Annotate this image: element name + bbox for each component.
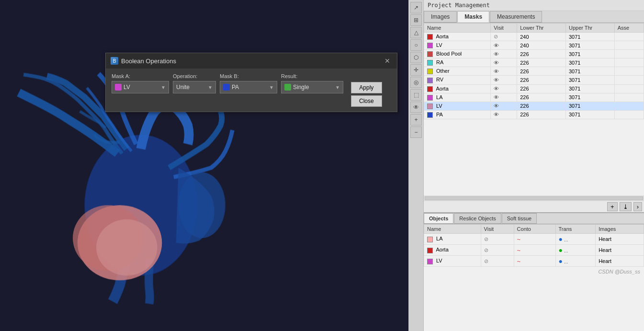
obj-dots-link[interactable]: ...	[564, 248, 568, 253]
add-mask-button[interactable]: +	[607, 202, 618, 211]
obj-trans-cell: ● ...	[555, 234, 596, 245]
masks-scrollbar[interactable]	[424, 195, 644, 201]
bottom-tab-bar: Objects Reslice Objects Soft tissue	[424, 213, 644, 224]
dialog-title-bar[interactable]: B Boolean Operations ✕	[106, 53, 397, 68]
table-row[interactable]: Aorta ⊘ ~ ● ... Heart	[424, 245, 644, 256]
mask-name: LV	[436, 103, 442, 109]
table-row[interactable]: LV 👁 240 3071	[424, 41, 644, 50]
operation-arrow: ▼	[208, 85, 213, 90]
obj-visit-cell: ⊘	[481, 234, 514, 245]
apply-button[interactable]: Apply	[351, 82, 382, 93]
table-row[interactable]: LV ⊘ ~ ● ... Heart	[424, 256, 644, 267]
operation-value: Unite	[176, 84, 190, 91]
move-tool-button[interactable]: ✛	[410, 64, 422, 76]
table-row[interactable]: PA 👁 226 3071	[424, 110, 644, 119]
obj-name-cell: LV	[424, 256, 481, 267]
mask-name-cell: Other	[424, 67, 491, 76]
obj-trans-dot: ●	[559, 257, 563, 265]
table-row[interactable]: RV 👁 226 3071	[424, 76, 644, 84]
obj-visit-cell: ⊘	[481, 256, 514, 267]
circle-tool-button[interactable]: ○	[410, 39, 422, 51]
obj-visit-icon[interactable]: ⊘	[484, 258, 488, 264]
masks-table-container: Name Visit Lower Thr Upper Thr Asse Aort…	[424, 23, 644, 195]
mask-upper-cell: 3071	[565, 93, 614, 102]
mask-b-label: Mask B:	[220, 73, 277, 79]
dialog-close-button[interactable]: ✕	[383, 56, 392, 66]
mask-b-select[interactable]: PA ▼	[220, 81, 277, 93]
mask-name-cell: RV	[424, 76, 491, 84]
table-row[interactable]: Aorta 👁 226 3071	[424, 84, 644, 93]
mask-visit-icon[interactable]: 👁	[494, 68, 499, 74]
table-row[interactable]: LV 👁 226 3071	[424, 102, 644, 110]
table-row[interactable]: Blood Pool 👁 226 3071	[424, 50, 644, 58]
triangle-tool-button[interactable]: △	[410, 27, 422, 38]
mask-visit-icon[interactable]: ⊘	[494, 34, 498, 39]
table-row[interactable]: LA 👁 226 3071	[424, 93, 644, 102]
mask-visit-icon[interactable]: 👁	[494, 60, 499, 66]
mask-upper-cell: 3071	[565, 102, 614, 110]
mask-asse-cell	[614, 67, 644, 76]
box3d-tool-button[interactable]: ⬚	[410, 89, 422, 101]
obj-color-swatch	[427, 259, 433, 264]
mask-a-arrow: ▼	[161, 85, 166, 90]
obj-visit-icon[interactable]: ⊘	[484, 247, 488, 253]
mask-color-swatch	[427, 51, 433, 57]
tab-measurements[interactable]: Measurements	[490, 11, 542, 23]
obj-visit-icon[interactable]: ⊘	[484, 236, 488, 242]
table-row[interactable]: Aorta ⊘ 240 3071	[424, 33, 644, 41]
tab-objects[interactable]: Objects	[424, 213, 453, 224]
mask-name-cell: LA	[424, 93, 491, 102]
objects-table-body: LA ⊘ ~ ● ... Heart Aorta ⊘ ~ ● ...	[424, 234, 644, 267]
tab-images[interactable]: Images	[424, 11, 457, 23]
mask-upper-cell: 3071	[565, 58, 614, 67]
objects-table: Name Visit Conto Trans Images LA ⊘ ~ ● .…	[424, 224, 644, 267]
more-mask-button[interactable]: ›	[633, 202, 642, 211]
dialog-close-btn[interactable]: Close	[351, 95, 382, 107]
cube-tool-button[interactable]: ⬡	[410, 52, 422, 63]
mask-visit-icon[interactable]: 👁	[494, 103, 499, 109]
mask-visit-icon[interactable]: 👁	[494, 51, 499, 57]
mask-a-label: Mask A:	[112, 73, 169, 79]
arrow-tool-button[interactable]: ↗	[410, 2, 422, 13]
eye-tool-button[interactable]: 👁	[410, 102, 422, 113]
tab-masks[interactable]: Masks	[457, 11, 489, 23]
mask-b-value: PA	[232, 84, 239, 91]
obj-dots-link[interactable]: ...	[564, 259, 568, 264]
mask-name-cell: Aorta	[424, 84, 491, 93]
mask-color-swatch	[427, 103, 433, 109]
operation-label: Operation:	[173, 73, 216, 79]
grid-tool-button[interactable]: ⊞	[410, 14, 422, 26]
obj-col-trans: Trans	[555, 225, 596, 234]
obj-images-cell: Heart	[596, 256, 644, 267]
obj-images-cell: Heart	[596, 245, 644, 256]
table-row[interactable]: LA ⊘ ~ ● ... Heart	[424, 234, 644, 245]
mask-visit-icon[interactable]: 👁	[494, 94, 499, 100]
mask-lower-cell: 226	[517, 102, 566, 110]
minus-tool-button[interactable]: −	[410, 126, 422, 138]
ring-tool-button[interactable]: ◎	[410, 77, 422, 88]
masks-scrollbar-track[interactable]	[425, 196, 643, 200]
mask-visit-icon[interactable]: 👁	[494, 43, 499, 48]
operation-select[interactable]: Unite ▼	[173, 81, 216, 93]
plus-tool-button[interactable]: +	[410, 114, 422, 126]
tab-reslice-objects[interactable]: Reslice Objects	[454, 213, 501, 224]
mask-color-swatch	[427, 68, 433, 74]
mask-visit-cell: 👁	[491, 67, 517, 76]
mask-visit-icon[interactable]: 👁	[494, 112, 499, 117]
mask-color-swatch	[427, 34, 433, 40]
tab-soft-tissue[interactable]: Soft tissue	[502, 213, 537, 224]
mask-a-select[interactable]: LV ▼	[112, 81, 169, 93]
mask-visit-icon[interactable]: 👁	[494, 77, 499, 83]
table-row[interactable]: RA 👁 226 3071	[424, 58, 644, 67]
objects-table-header: Name Visit Conto Trans Images	[424, 225, 644, 234]
download-mask-button[interactable]: ⤓	[620, 202, 632, 211]
obj-dots-link[interactable]: ...	[564, 237, 568, 242]
mask-visit-icon[interactable]: 👁	[494, 86, 499, 91]
col-asse: Asse	[614, 23, 644, 33]
mask-visit-cell: 👁	[491, 102, 517, 110]
mask-visit-cell: 👁	[491, 76, 517, 84]
result-select[interactable]: Single ▼	[281, 81, 343, 93]
mask-lower-cell: 226	[517, 67, 566, 76]
table-row[interactable]: Other 👁 226 3071	[424, 67, 644, 76]
bottom-section: Objects Reslice Objects Soft tissue Name…	[424, 212, 644, 276]
